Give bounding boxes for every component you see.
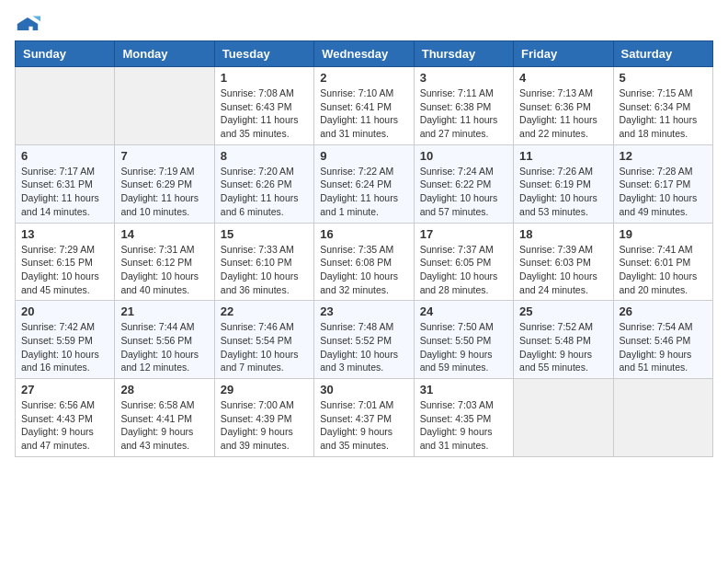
calendar-cell: 17Sunrise: 7:37 AMSunset: 6:05 PMDayligh… <box>414 223 513 301</box>
day-info: Sunrise: 7:29 AMSunset: 6:15 PMDaylight:… <box>21 243 108 297</box>
sunset-text: Sunset: 6:24 PM <box>320 178 407 191</box>
calendar-cell <box>613 379 712 457</box>
day-info: Sunrise: 7:03 AMSunset: 4:35 PMDaylight:… <box>420 398 507 453</box>
day-info: Sunrise: 7:15 AMSunset: 6:34 PMDaylight:… <box>620 86 707 141</box>
day-info: Sunrise: 7:48 AMSunset: 5:52 PMDaylight:… <box>320 320 407 374</box>
daylight-text: Daylight: 11 hours and 18 minutes. <box>620 113 707 140</box>
day-number: 23 <box>320 304 407 318</box>
day-number: 18 <box>519 227 607 241</box>
daylight-text: Daylight: 11 hours and 6 minutes. <box>221 191 308 218</box>
calendar-cell: 12Sunrise: 7:28 AMSunset: 6:17 PMDayligh… <box>613 144 712 223</box>
sunrise-text: Sunrise: 7:29 AM <box>21 243 108 257</box>
day-number: 15 <box>221 227 308 241</box>
day-info: Sunrise: 7:19 AMSunset: 6:29 PMDaylight:… <box>120 165 208 219</box>
sunrise-text: Sunrise: 7:54 AM <box>620 320 707 334</box>
daylight-text: Daylight: 9 hours and 51 minutes. <box>620 348 707 374</box>
column-header-friday: Friday <box>514 41 613 67</box>
sunset-text: Sunset: 6:03 PM <box>519 256 607 270</box>
sunrise-text: Sunrise: 6:56 AM <box>21 398 108 412</box>
calendar-cell: 30Sunrise: 7:01 AMSunset: 4:37 PMDayligh… <box>314 379 414 457</box>
column-header-sunday: Sunday <box>16 41 115 67</box>
calendar-cell: 5Sunrise: 7:15 AMSunset: 6:34 PMDaylight… <box>613 67 712 145</box>
general-blue-icon <box>15 15 40 33</box>
sunset-text: Sunset: 6:26 PM <box>221 178 308 191</box>
daylight-text: Daylight: 11 hours and 10 minutes. <box>120 191 208 218</box>
sunset-text: Sunset: 6:29 PM <box>120 178 208 191</box>
sunset-text: Sunset: 4:41 PM <box>120 412 208 426</box>
sunset-text: Sunset: 5:52 PM <box>320 334 407 348</box>
sunrise-text: Sunrise: 7:52 AM <box>519 320 607 334</box>
daylight-text: Daylight: 9 hours and 59 minutes. <box>420 348 507 374</box>
calendar-cell: 26Sunrise: 7:54 AMSunset: 5:46 PMDayligh… <box>613 301 712 379</box>
daylight-text: Daylight: 11 hours and 22 minutes. <box>519 113 607 140</box>
day-info: Sunrise: 7:01 AMSunset: 4:37 PMDaylight:… <box>320 398 407 453</box>
column-header-wednesday: Wednesday <box>314 41 414 67</box>
sunrise-text: Sunrise: 7:42 AM <box>21 320 108 334</box>
sunrise-text: Sunrise: 6:58 AM <box>120 398 208 412</box>
calendar-cell: 22Sunrise: 7:46 AMSunset: 5:54 PMDayligh… <box>214 301 313 379</box>
sunset-text: Sunset: 5:54 PM <box>221 334 308 348</box>
day-info: Sunrise: 7:17 AMSunset: 6:31 PMDaylight:… <box>21 165 108 219</box>
sunset-text: Sunset: 6:15 PM <box>21 256 108 270</box>
sunrise-text: Sunrise: 7:24 AM <box>420 165 507 178</box>
calendar-cell: 10Sunrise: 7:24 AMSunset: 6:22 PMDayligh… <box>414 144 513 223</box>
day-info: Sunrise: 7:46 AMSunset: 5:54 PMDaylight:… <box>221 320 308 374</box>
sunset-text: Sunset: 4:43 PM <box>21 412 108 426</box>
calendar-cell: 21Sunrise: 7:44 AMSunset: 5:56 PMDayligh… <box>115 301 214 379</box>
day-number: 25 <box>519 304 607 318</box>
day-number: 28 <box>120 383 208 396</box>
day-number: 24 <box>420 304 507 318</box>
daylight-text: Daylight: 10 hours and 57 minutes. <box>420 191 507 218</box>
day-number: 9 <box>320 149 407 163</box>
day-info: Sunrise: 7:00 AMSunset: 4:39 PMDaylight:… <box>221 398 308 453</box>
calendar-cell: 31Sunrise: 7:03 AMSunset: 4:35 PMDayligh… <box>414 379 513 457</box>
daylight-text: Daylight: 10 hours and 49 minutes. <box>620 191 707 218</box>
day-number: 5 <box>620 71 707 85</box>
daylight-text: Daylight: 9 hours and 47 minutes. <box>21 425 108 452</box>
sunrise-text: Sunrise: 7:26 AM <box>519 165 607 178</box>
day-info: Sunrise: 7:41 AMSunset: 6:01 PMDaylight:… <box>620 243 707 297</box>
sunrise-text: Sunrise: 7:10 AM <box>320 86 407 100</box>
day-info: Sunrise: 6:56 AMSunset: 4:43 PMDaylight:… <box>21 398 108 453</box>
calendar-cell: 16Sunrise: 7:35 AMSunset: 6:08 PMDayligh… <box>314 223 414 301</box>
daylight-text: Daylight: 10 hours and 45 minutes. <box>21 270 108 296</box>
sunrise-text: Sunrise: 7:19 AM <box>120 165 208 178</box>
calendar-cell: 29Sunrise: 7:00 AMSunset: 4:39 PMDayligh… <box>214 379 313 457</box>
day-info: Sunrise: 7:37 AMSunset: 6:05 PMDaylight:… <box>420 243 507 297</box>
calendar-cell: 9Sunrise: 7:22 AMSunset: 6:24 PMDaylight… <box>314 144 414 223</box>
calendar-cell: 6Sunrise: 7:17 AMSunset: 6:31 PMDaylight… <box>16 144 115 223</box>
day-number: 10 <box>420 149 507 163</box>
day-number: 27 <box>21 383 108 396</box>
sunset-text: Sunset: 5:50 PM <box>420 334 507 348</box>
calendar-table: SundayMondayTuesdayWednesdayThursdayFrid… <box>15 40 713 457</box>
sunset-text: Sunset: 6:12 PM <box>120 256 208 270</box>
sunrise-text: Sunrise: 7:35 AM <box>320 243 407 257</box>
sunrise-text: Sunrise: 7:33 AM <box>221 243 308 257</box>
daylight-text: Daylight: 11 hours and 27 minutes. <box>420 113 507 140</box>
day-info: Sunrise: 7:52 AMSunset: 5:48 PMDaylight:… <box>519 320 607 374</box>
day-info: Sunrise: 7:20 AMSunset: 6:26 PMDaylight:… <box>221 165 308 219</box>
calendar-cell: 14Sunrise: 7:31 AMSunset: 6:12 PMDayligh… <box>115 223 214 301</box>
sunrise-text: Sunrise: 7:50 AM <box>420 320 507 334</box>
day-number: 7 <box>120 149 208 163</box>
sunset-text: Sunset: 6:17 PM <box>620 178 707 191</box>
sunset-text: Sunset: 5:48 PM <box>519 334 607 348</box>
daylight-text: Daylight: 10 hours and 53 minutes. <box>519 191 607 218</box>
calendar-cell: 11Sunrise: 7:26 AMSunset: 6:19 PMDayligh… <box>514 144 613 223</box>
calendar-cell <box>115 67 214 145</box>
day-number: 17 <box>420 227 507 241</box>
daylight-text: Daylight: 10 hours and 12 minutes. <box>120 348 208 374</box>
calendar-cell: 3Sunrise: 7:11 AMSunset: 6:38 PMDaylight… <box>414 67 513 145</box>
daylight-text: Daylight: 11 hours and 1 minute. <box>320 191 407 218</box>
day-info: Sunrise: 7:33 AMSunset: 6:10 PMDaylight:… <box>221 243 308 297</box>
logo <box>15 15 44 33</box>
sunset-text: Sunset: 6:08 PM <box>320 256 407 270</box>
sunrise-text: Sunrise: 7:15 AM <box>620 86 707 100</box>
day-number: 3 <box>420 71 507 85</box>
calendar-cell: 19Sunrise: 7:41 AMSunset: 6:01 PMDayligh… <box>613 223 712 301</box>
daylight-text: Daylight: 10 hours and 36 minutes. <box>221 270 308 296</box>
calendar-cell: 2Sunrise: 7:10 AMSunset: 6:41 PMDaylight… <box>314 67 414 145</box>
sunrise-text: Sunrise: 7:00 AM <box>221 398 308 412</box>
day-info: Sunrise: 7:11 AMSunset: 6:38 PMDaylight:… <box>420 86 507 141</box>
day-number: 12 <box>620 149 707 163</box>
